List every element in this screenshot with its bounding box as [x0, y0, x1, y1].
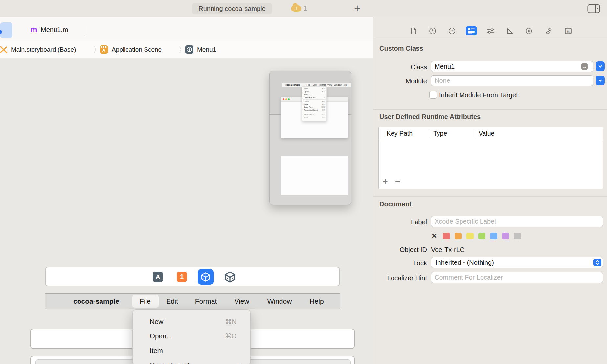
tab-separator	[85, 26, 85, 36]
lock-dropdown[interactable]: Inherited - (Nothing)	[431, 257, 603, 268]
warning-icon[interactable]: !	[291, 5, 301, 12]
color-swatch[interactable]	[490, 233, 497, 239]
menu-item-open[interactable]: Open... ⌘O	[133, 329, 250, 343]
localizer-hint-input[interactable]	[431, 272, 603, 283]
module-label: Module	[371, 78, 427, 85]
badge-1-icon[interactable]: 1	[177, 272, 187, 282]
inspector-toggle-icon[interactable]	[587, 4, 600, 15]
section-divider	[373, 109, 607, 110]
mini-menu-separator	[303, 99, 326, 100]
object-id-label: Object ID	[371, 246, 427, 254]
document-label-label: Label	[371, 218, 427, 226]
toolbar: Running cocoa-sample ! 1 +	[0, 0, 607, 17]
scene-preview-thumbnail[interactable]: cocoa-sample File Edit Format View Windo…	[269, 71, 351, 205]
column-value: Value	[479, 127, 494, 140]
history-inspector-icon[interactable]	[427, 26, 438, 35]
navigator-tab-fragment[interactable]	[0, 22, 12, 38]
mini-minimize-dot	[285, 98, 287, 100]
lock-label: Lock	[371, 260, 427, 267]
color-swatch[interactable]	[455, 233, 462, 239]
bindings-inspector-icon[interactable]	[543, 26, 554, 35]
identity-inspector-icon[interactable]	[466, 26, 477, 35]
remove-attribute-button[interactable]: −	[395, 177, 400, 186]
quick-help-inspector-icon[interactable]: ?	[446, 26, 458, 35]
application-scene-icon: A	[100, 45, 108, 54]
table-header-row: Key Path Type Value	[379, 127, 603, 140]
mini-zoom-dot	[288, 98, 290, 100]
menu-object-icon	[185, 45, 193, 54]
activity-viewer: Running cocoa-sample	[192, 3, 272, 14]
object-id-value: Voe-Tx-rLC	[431, 246, 464, 254]
column-type: Type	[433, 127, 447, 140]
runtime-attributes-table[interactable]: Key Path Type Value + −	[378, 127, 603, 189]
color-swatch[interactable]	[478, 233, 485, 239]
mini-file-menu: New⌘N Open…⌘O Item Open Recent› Close⌘W …	[302, 86, 327, 121]
runtime-attributes-header: User Defined Runtime Attributes	[379, 113, 481, 121]
color-swatch[interactable]	[514, 233, 521, 239]
storyboard-icon	[0, 46, 8, 55]
clear-color-button[interactable]: ✕	[431, 232, 437, 240]
breadcrumb-application-scene[interactable]: Application Scene	[112, 41, 162, 58]
menu-cube-icon[interactable]	[223, 270, 236, 284]
menubar-edit[interactable]: Edit	[166, 294, 178, 309]
effects-inspector-icon[interactable]: fx	[563, 26, 574, 35]
module-field[interactable]	[431, 75, 593, 86]
class-field[interactable]	[431, 61, 593, 72]
svg-text:fx: fx	[567, 29, 570, 33]
breadcrumb-main-storyboard[interactable]: Main.storyboard (Base)	[11, 41, 76, 58]
document-label-input[interactable]	[431, 216, 603, 227]
document-label-field[interactable]	[431, 216, 603, 227]
submenu-chevron-icon: ›	[239, 361, 241, 364]
breadcrumb-chevron: 〉	[179, 41, 186, 58]
file-menu-dropdown: New ⌘N Open... ⌘O Item Open Recent ›	[132, 309, 251, 364]
menu-item-item[interactable]: Item	[133, 343, 250, 358]
lock-stepper-icon[interactable]	[593, 259, 601, 266]
activity-title: Running cocoa-sample	[198, 5, 266, 12]
color-swatch[interactable]	[466, 233, 474, 239]
menu-item-new[interactable]: New ⌘N	[133, 314, 250, 329]
attributes-inspector-icon[interactable]	[485, 26, 496, 35]
menubar-format[interactable]: Format	[195, 294, 217, 309]
connections-inspector-icon[interactable]	[524, 26, 535, 35]
menubar-file[interactable]: File	[140, 294, 151, 309]
xcode-window: Running cocoa-sample ! 1 + m Menu1.m	[0, 0, 607, 364]
custom-class-header: Custom Class	[379, 45, 423, 52]
add-attribute-button[interactable]: +	[383, 177, 388, 186]
column-key-path: Key Path	[387, 127, 413, 140]
breadcrumb-menu1[interactable]: Menu1	[197, 41, 216, 58]
menubar-app-name[interactable]: cocoa-sample	[73, 294, 119, 309]
menu-bar-editor-dock: A 1	[45, 267, 340, 286]
localizer-hint-field[interactable]	[431, 272, 603, 283]
section-divider	[373, 196, 607, 197]
size-inspector-icon[interactable]	[505, 26, 516, 35]
menubar-help[interactable]: Help	[309, 294, 324, 309]
color-swatch[interactable]	[502, 233, 509, 239]
inherit-module-label: Inherit Module From Target	[439, 91, 518, 99]
class-label: Class	[371, 63, 427, 71]
svg-text:?: ?	[451, 29, 453, 33]
app-store-icon[interactable]: A	[153, 272, 163, 282]
design-menu-bar: cocoa-sample File Edit Format View Windo…	[45, 293, 340, 309]
menu-item-open-recent[interactable]: Open Recent ›	[133, 358, 250, 364]
editor-tab-bar: m Menu1.m	[0, 17, 373, 41]
file-inspector-icon[interactable]	[408, 26, 419, 35]
inherit-module-checkbox[interactable]	[429, 91, 437, 99]
jump-bar: Main.storyboard (Base) 〉 A Application S…	[0, 41, 373, 58]
module-input[interactable]	[431, 76, 593, 86]
menubar-window[interactable]: Window	[267, 294, 292, 309]
mini-menu-separator	[303, 112, 326, 112]
breadcrumb-chevron: 〉	[93, 41, 100, 58]
color-swatch[interactable]	[443, 233, 450, 239]
add-tab-button[interactable]: +	[354, 2, 360, 15]
module-dropdown-button[interactable]	[596, 76, 605, 85]
tab-menu1m[interactable]: Menu1.m	[41, 22, 68, 37]
mini-close-dot	[283, 98, 284, 100]
localizer-hint-label: Localizer Hint	[371, 274, 427, 282]
class-dropdown-button[interactable]	[596, 61, 605, 71]
menubar-view[interactable]: View	[234, 294, 249, 309]
menu-cube-selected-icon[interactable]	[198, 269, 214, 285]
document-header: Document	[379, 200, 412, 208]
warning-count[interactable]: 1	[304, 5, 307, 12]
class-input[interactable]	[431, 61, 593, 72]
class-jump-arrow-icon[interactable]: →	[581, 63, 588, 70]
